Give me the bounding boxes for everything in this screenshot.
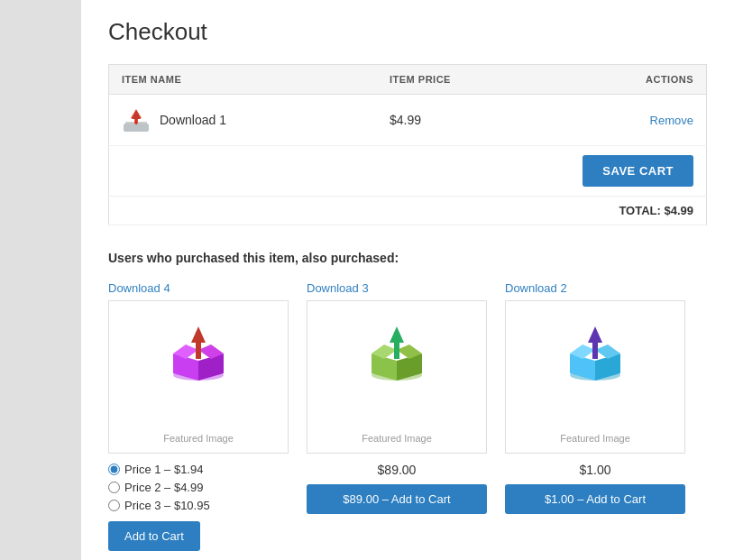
product-svg-download3 [361,319,433,391]
price-option-1[interactable]: Price 1 – $1.94 [108,463,289,476]
checkout-table: ITEM NAME ITEM PRICE ACTIONS [108,64,707,225]
item-price: $4.99 [377,95,555,146]
item-name-cell: Download 1 [122,106,364,134]
product-price-download3: $89.00 [307,463,487,477]
main-content: Checkout ITEM NAME ITEM PRICE ACTIONS [81,0,734,560]
sidebar [0,0,81,560]
total-row: TOTAL: $4.99 [109,197,707,225]
price-radio-3[interactable] [108,500,120,511]
price-radio-1[interactable] [108,464,120,475]
price-radio-2[interactable] [108,482,120,493]
price-option-2[interactable]: Price 2 – $4.99 [108,481,289,494]
product-link-download3[interactable]: Download 3 [307,281,487,295]
price-label-2: Price 2 – $4.99 [124,481,203,494]
col-header-item-price: ITEM PRICE [377,65,555,95]
price-options-download4: Price 1 – $1.94 Price 2 – $4.99 Price 3 … [108,463,289,512]
remove-link[interactable]: Remove [650,114,693,127]
price-label-1: Price 1 – $1.94 [124,463,203,476]
page-title: Checkout [108,18,707,46]
product-card-download3: Download 3 Featured Image $ [307,281,487,551]
svg-rect-4 [124,124,149,132]
add-to-cart-button-download4[interactable]: Add to Cart [108,521,200,551]
add-to-cart-button-download2[interactable]: $1.00 – Add to Cart [505,484,685,514]
product-image-download3: Featured Image [307,300,487,454]
svg-marker-23 [588,326,602,359]
product-link-download4[interactable]: Download 4 [108,281,289,295]
col-header-item-name: ITEM NAME [109,65,377,95]
product-image-download4: Featured Image [108,300,289,454]
save-cart-button[interactable]: SAVE CART [583,155,693,187]
featured-label-download2: Featured Image [560,433,630,444]
price-label-3: Price 3 – $10.95 [124,499,210,512]
price-option-3[interactable]: Price 3 – $10.95 [108,499,289,512]
product-image-download2: Featured Image [505,300,685,454]
product-card-download4: Download 4 [108,281,289,551]
svg-marker-17 [390,326,404,359]
table-row: Download 1 $4.99 Remove [109,95,707,146]
products-row: Download 4 [108,281,707,551]
product-link-download2[interactable]: Download 2 [505,281,685,295]
total-amount: TOTAL: $4.99 [109,197,707,225]
product-card-download2: Download 2 Featured Image $ [505,281,685,551]
product-svg-download2 [559,319,631,391]
item-icon [122,106,151,134]
add-to-cart-button-download3[interactable]: $89.00 – Add to Cart [307,484,487,514]
save-cart-row: SAVE CART [109,146,707,197]
item-name: Download 1 [160,113,226,127]
also-purchased-title: Users who purchased this item, also purc… [108,251,707,265]
svg-marker-11 [191,326,206,359]
product-svg-download4 [162,319,234,391]
featured-label-download3: Featured Image [362,433,432,444]
featured-label-download4: Featured Image [163,433,234,444]
col-header-actions: ACTIONS [555,65,707,95]
product-price-download2: $1.00 [505,463,685,477]
also-purchased-section: Users who purchased this item, also purc… [108,251,707,551]
